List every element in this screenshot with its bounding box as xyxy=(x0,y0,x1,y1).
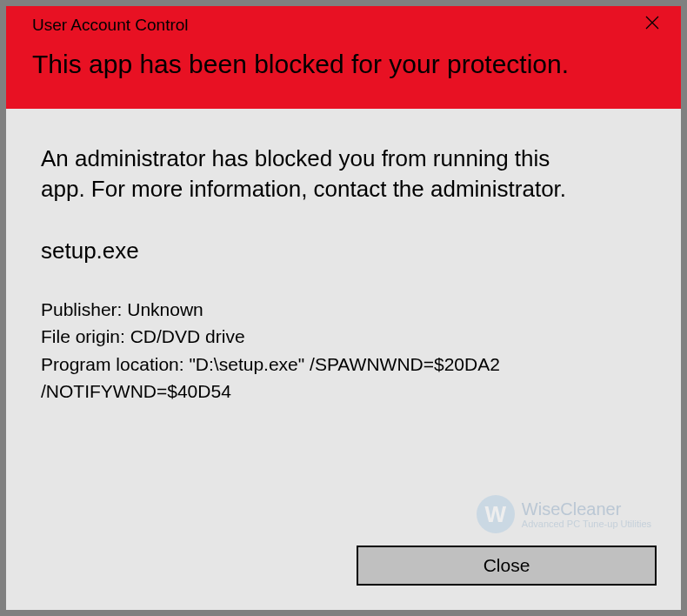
dialog-title-small: User Account Control xyxy=(32,16,189,35)
dialog-header: User Account Control This app has been b… xyxy=(6,6,681,109)
dialog-body: An administrator has blocked you from ru… xyxy=(6,109,681,546)
header-top-row: User Account Control xyxy=(32,15,664,35)
close-icon[interactable] xyxy=(641,15,664,35)
dialog-title-large: This app has been blocked for your prote… xyxy=(32,47,571,83)
uac-dialog: User Account Control This app has been b… xyxy=(6,6,681,610)
program-location-line: Program location: "D:\setup.exe" /SPAWNW… xyxy=(41,351,646,405)
publisher-line: Publisher: Unknown xyxy=(41,296,646,324)
close-button[interactable]: Close xyxy=(357,546,657,586)
dialog-footer: Close xyxy=(6,546,681,610)
blocked-filename: setup.exe xyxy=(41,238,646,264)
details-block: Publisher: Unknown File origin: CD/DVD d… xyxy=(41,296,646,405)
file-origin-line: File origin: CD/DVD drive xyxy=(41,323,646,351)
block-message: An administrator has blocked you from ru… xyxy=(41,144,597,204)
